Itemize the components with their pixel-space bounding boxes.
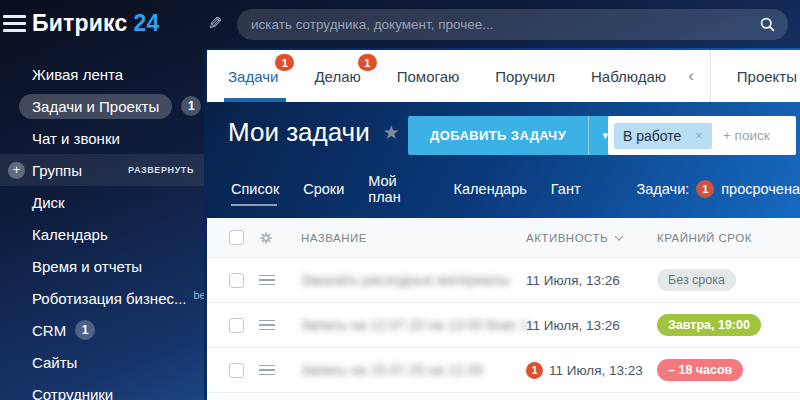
overdue-count-badge[interactable]: 1	[696, 180, 714, 198]
view-tab-list[interactable]: Список	[231, 181, 279, 197]
column-header-name[interactable]: НАЗВАНИЕ	[301, 232, 526, 244]
sidebar-item-employees[interactable]: Сотрудники	[0, 378, 204, 400]
task-filter-box[interactable]: В работе × + поиск	[608, 116, 796, 155]
task-name[interactable]: Заказать расходные материалы	[301, 272, 526, 288]
sort-chevron-icon	[615, 232, 623, 240]
topbar: Битрикс24 ✎	[0, 0, 800, 48]
column-header-activity[interactable]: АКТИВНОСТЬ	[526, 232, 657, 244]
table-row[interactable]: Заказать расходные материалы 11 Июля, 13…	[207, 258, 800, 303]
activity-date: 11 Июля, 13:26	[526, 318, 620, 333]
deadline-badge: Завтра, 19:00	[657, 314, 761, 336]
filter-search-placeholder[interactable]: + поиск	[723, 128, 770, 143]
sidebar-item-rpa[interactable]: Роботизация бизнес... beta	[0, 282, 204, 314]
table-row[interactable]: Запись на 15.07.20 на 12.00 1 11 Июля, 1…	[207, 348, 800, 393]
tab-doing-badge: 1	[358, 54, 377, 71]
content-area: Задачи 1 Делаю 1 Помогаю Поручил Наблюда…	[204, 48, 800, 400]
table-row[interactable]: Запись на 12.07.20 на 13.00 Бокс 1 11 Ию…	[207, 303, 800, 348]
sidebar-item-chat-calls[interactable]: Чат и звонки	[0, 122, 204, 154]
view-tab-my-plan[interactable]: Мой план	[368, 173, 429, 205]
page-header: Мои задачи ★ ДОБАВИТЬ ЗАДАЧУ ▾ В работе …	[207, 102, 800, 218]
row-checkbox[interactable]	[229, 363, 244, 378]
tabs-scroll-left-icon[interactable]: ‹	[688, 50, 710, 102]
overdue-counter: Задачи: 1 просрочена	[637, 180, 800, 198]
filter-chip-in-progress[interactable]: В работе ×	[614, 123, 712, 149]
sidebar-item-time-reports[interactable]: Время и отчеты	[0, 250, 204, 282]
row-menu-icon[interactable]	[259, 362, 275, 379]
activity-date: 11 Июля, 13:23	[549, 363, 643, 378]
view-tab-deadlines[interactable]: Сроки	[303, 181, 344, 197]
task-table: НАЗВАНИЕ АКТИВНОСТЬ КРАЙНИЙ СРОК Заказат…	[207, 218, 800, 400]
active-item-pill: Задачи и Проекты	[19, 94, 172, 119]
row-checkbox[interactable]	[229, 273, 244, 288]
sidebar-item-crm[interactable]: CRM 1	[0, 314, 204, 346]
task-name[interactable]: Запись на 15.07.20 на 12.00	[301, 362, 526, 378]
search-icon[interactable]	[759, 16, 776, 33]
tasks-count-badge: 1	[181, 96, 201, 116]
select-all-checkbox[interactable]	[229, 230, 244, 245]
sidebar: Живая лента Задачи и Проекты 1 Чат и зво…	[0, 48, 204, 400]
tab-divider	[710, 50, 711, 102]
activity-notification-badge: 1	[526, 362, 543, 379]
sidebar-item-calendar[interactable]: Календарь	[0, 218, 204, 250]
filter-chip-remove-icon[interactable]: ×	[695, 128, 703, 143]
sidebar-item-drive[interactable]: Диск	[0, 186, 204, 218]
global-search-bar[interactable]	[237, 9, 788, 40]
sidebar-item-tasks-projects[interactable]: Задачи и Проекты 1	[0, 90, 204, 122]
expand-groups-button[interactable]: РАЗВЕРНУТЬ	[128, 165, 194, 175]
view-tabs: Список Сроки Мой план Календарь Гант Зад…	[231, 173, 800, 205]
tab-projects[interactable]: Проекты	[737, 50, 797, 102]
sidebar-item-sites[interactable]: Сайты	[0, 346, 204, 378]
logo-number: 24	[134, 10, 160, 36]
column-header-deadline[interactable]: КРАЙНИЙ СРОК	[657, 232, 800, 244]
row-checkbox[interactable]	[229, 318, 244, 333]
global-search-input[interactable]	[237, 17, 759, 32]
row-menu-icon[interactable]	[259, 272, 275, 289]
favorite-star-icon[interactable]: ★	[383, 121, 400, 144]
tab-tasks[interactable]: Задачи 1	[228, 50, 278, 102]
hamburger-menu-icon[interactable]	[3, 15, 26, 36]
table-header-row: НАЗВАНИЕ АКТИВНОСТЬ КРАЙНИЙ СРОК	[207, 218, 800, 258]
crm-count-badge: 1	[75, 320, 95, 340]
deadline-badge: – 18 часов	[657, 359, 743, 381]
task-name[interactable]: Запись на 12.07.20 на 13.00 Бокс 1	[301, 317, 526, 333]
view-tab-gantt[interactable]: Гант	[551, 181, 581, 197]
view-tab-calendar[interactable]: Календарь	[454, 181, 527, 197]
tab-delegated[interactable]: Поручил	[495, 50, 555, 102]
edit-pencil-icon[interactable]: ✎	[208, 13, 222, 34]
task-role-tabbar: Задачи 1 Делаю 1 Помогаю Поручил Наблюда…	[207, 50, 800, 102]
sidebar-item-live-feed[interactable]: Живая лента	[0, 58, 204, 90]
deadline-badge: Без срока	[657, 269, 736, 291]
table-settings-gear-icon[interactable]	[259, 231, 277, 245]
page-title: Мои задачи ★	[228, 117, 400, 148]
logo-brand: Битрикс	[32, 10, 128, 36]
add-group-icon[interactable]: +	[8, 162, 25, 179]
add-task-button[interactable]: ДОБАВИТЬ ЗАДАЧУ ▾	[408, 116, 621, 155]
tab-helping[interactable]: Помогаю	[397, 50, 460, 102]
tab-doing[interactable]: Делаю 1	[314, 50, 360, 102]
tab-following[interactable]: Наблюдаю	[591, 50, 666, 102]
app-logo[interactable]: Битрикс24	[32, 10, 160, 37]
row-menu-icon[interactable]	[259, 317, 275, 334]
activity-date: 11 Июля, 13:26	[526, 273, 620, 288]
tab-tasks-badge: 1	[275, 54, 294, 71]
sidebar-item-groups[interactable]: + Группы РАЗВЕРНУТЬ	[0, 154, 204, 186]
